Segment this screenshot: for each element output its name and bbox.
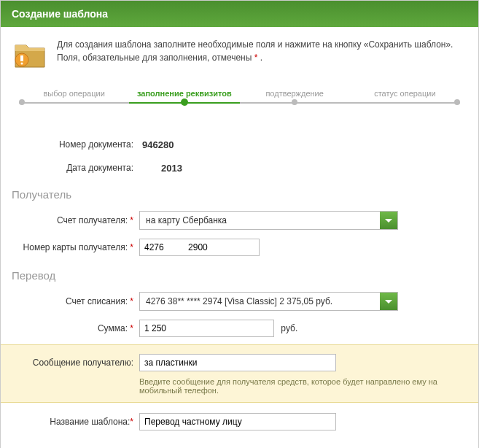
- progress-bar: выбор операции заполнение реквизитов под…: [19, 89, 460, 111]
- message-section: Сообщение получателю: Введите сообщение …: [1, 344, 478, 403]
- template-name-input[interactable]: [139, 413, 336, 430]
- intro-text: Для создания шаблона заполните необходим…: [57, 38, 453, 71]
- amount-label: Сумма: *: [12, 323, 139, 333]
- doc-date-row: Дата документа: 2013: [12, 156, 467, 179]
- debit-account-value: 4276 38** **** 2974 [Visa Classic] 2 375…: [140, 296, 380, 306]
- recipient-account-dropdown[interactable]: на карту Сбербанка: [139, 211, 398, 230]
- recipient-account-row: Счет получателя: * на карту Сбербанка: [12, 206, 467, 234]
- step-operation: выбор операции: [19, 89, 129, 98]
- amount-currency: руб.: [281, 323, 297, 333]
- message-row: Сообщение получателю:: [1, 351, 478, 374]
- doc-number-value: 946280: [139, 139, 467, 150]
- doc-number-row: Номер документа: 946280: [12, 133, 467, 156]
- message-input[interactable]: [139, 354, 336, 371]
- transfer-section-title: Перевод: [12, 269, 467, 282]
- recipient-account-value: на карту Сбербанка: [140, 215, 380, 225]
- progress-track: [19, 102, 460, 104]
- step-status: статус операции: [350, 89, 460, 98]
- debit-account-row: Счет списания: * 4276 38** **** 2974 [Vi…: [12, 287, 467, 315]
- template-name-row: Название шаблона:*: [12, 409, 467, 435]
- doc-date-label: Дата документа:: [12, 163, 139, 173]
- intro-line2: Поля, обязательные для заполнения, отмеч…: [57, 51, 453, 64]
- amount-input[interactable]: [139, 320, 274, 337]
- template-name-label: Название шаблона:*: [12, 417, 139, 427]
- content-area: Для создания шаблона заполните необходим…: [1, 27, 478, 448]
- folder-icon: [12, 38, 48, 71]
- recipient-account-label: Счет получателя: *: [12, 215, 139, 225]
- page-header: Создание шаблона: [1, 1, 478, 27]
- svg-point-2: [21, 63, 23, 65]
- doc-date-value: 2013: [139, 163, 467, 174]
- debit-account-dropdown[interactable]: 4276 38** **** 2974 [Visa Classic] 2 375…: [139, 292, 398, 311]
- chevron-down-icon[interactable]: [380, 293, 397, 310]
- template-form-container: Создание шаблона Для создания шаблона за…: [0, 0, 479, 448]
- recipient-section-title: Получатель: [12, 188, 467, 201]
- message-hint: Введите сообщение для получателя средств…: [139, 377, 478, 395]
- actions-bar: Отменить Сохранить черновик Сохранить ша…: [12, 435, 467, 448]
- page-title: Создание шаблона: [12, 8, 108, 20]
- progress-steps: выбор операции заполнение реквизитов под…: [19, 89, 460, 98]
- recipient-card-label: Номер карты получателя: *: [12, 242, 139, 252]
- recipient-card-row: Номер карты получателя: *: [12, 234, 467, 260]
- step-details: заполнение реквизитов: [129, 89, 239, 98]
- intro-block: Для создания шаблона заполните необходим…: [12, 38, 467, 71]
- intro-line1: Для создания шаблона заполните необходим…: [57, 38, 453, 51]
- message-label: Сообщение получателю:: [12, 358, 139, 368]
- svg-rect-1: [20, 55, 23, 61]
- chevron-down-icon[interactable]: [380, 212, 397, 229]
- doc-number-label: Номер документа:: [12, 139, 139, 150]
- recipient-card-input[interactable]: [139, 239, 260, 256]
- amount-row: Сумма: * руб.: [12, 315, 467, 341]
- step-confirm: подтверждение: [240, 89, 350, 98]
- debit-account-label: Счет списания: *: [12, 296, 139, 306]
